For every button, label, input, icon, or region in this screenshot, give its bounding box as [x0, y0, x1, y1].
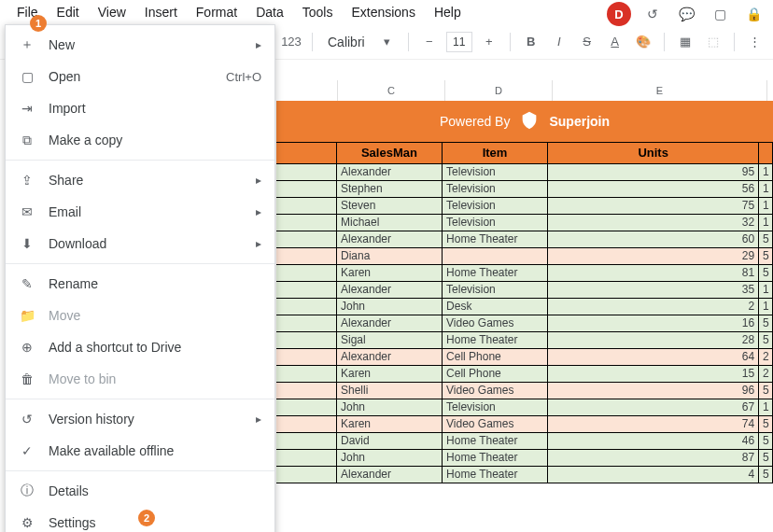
italic-button[interactable]: I — [548, 31, 570, 53]
menu-item-download[interactable]: ⬇Download▸ — [6, 228, 274, 259]
font-family-dropdown[interactable]: Calibri — [322, 35, 371, 49]
cell-units[interactable]: 32 — [548, 215, 759, 231]
menu-item-version-history[interactable]: ↺Version history▸ — [6, 403, 274, 435]
cell-extra[interactable]: 1 — [759, 282, 773, 299]
table-row[interactable]: SigalHome Theater285 — [276, 332, 773, 349]
cell-item[interactable]: Television — [443, 181, 548, 198]
history-icon[interactable]: ↺ — [640, 2, 665, 26]
borders-button[interactable]: ▦ — [674, 31, 696, 53]
cell-extra[interactable]: 5 — [759, 231, 773, 248]
table-row[interactable]: ShelliVideo Games965 — [276, 383, 773, 399]
cell[interactable] — [276, 198, 337, 215]
cell-salesman[interactable]: Stephen — [337, 181, 443, 198]
menu-item-open[interactable]: ▢OpenCtrl+O — [6, 61, 274, 92]
cell-units[interactable]: 60 — [548, 231, 759, 248]
cell-extra[interactable]: 5 — [759, 433, 773, 450]
avatar[interactable]: D — [607, 2, 631, 26]
menu-item-details[interactable]: ⓘDetails — [6, 475, 274, 507]
cell-item[interactable]: Television — [443, 399, 548, 416]
font-size-decrease[interactable]: − — [418, 31, 441, 53]
font-size-increase[interactable]: + — [478, 31, 500, 53]
menu-view[interactable]: View — [89, 1, 135, 23]
cell-salesman[interactable]: John — [337, 399, 443, 416]
menu-insert[interactable]: Insert — [135, 1, 187, 23]
col-header-c[interactable]: C — [338, 80, 445, 101]
cell-item[interactable]: Home Theater — [443, 332, 548, 349]
cell-salesman[interactable]: John — [337, 450, 443, 467]
cell-units[interactable]: 81 — [548, 265, 759, 282]
cell-item[interactable]: Home Theater — [443, 231, 548, 248]
cell-extra[interactable]: 5 — [759, 416, 773, 433]
cell-extra[interactable]: 5 — [759, 383, 773, 399]
menu-item-make-a-copy[interactable]: ⧉Make a copy — [6, 124, 274, 156]
table-row[interactable]: AlexanderVideo Games165 — [276, 315, 773, 332]
cell[interactable] — [276, 315, 337, 332]
table-row[interactable]: JohnDesk21 — [276, 299, 773, 315]
menu-item-import[interactable]: ⇥Import — [6, 92, 274, 124]
cell-extra[interactable]: 5 — [759, 332, 773, 349]
cell-item[interactable]: Desk — [443, 299, 548, 315]
col-header-d[interactable]: D — [445, 80, 553, 101]
menu-format[interactable]: Format — [187, 1, 246, 23]
cell[interactable] — [276, 332, 337, 349]
menu-item-email[interactable]: ✉Email▸ — [6, 196, 274, 228]
cell-units[interactable]: 56 — [548, 181, 759, 198]
table-row[interactable]: JohnTelevision671 — [276, 399, 773, 416]
cell-extra[interactable]: 5 — [759, 450, 773, 467]
cell-salesman[interactable]: Alexander — [337, 315, 443, 332]
cell-extra[interactable]: 5 — [759, 265, 773, 282]
menu-data[interactable]: Data — [246, 1, 293, 23]
cell-units[interactable]: 16 — [548, 315, 759, 332]
cell-salesman[interactable]: Karen — [337, 366, 443, 383]
table-row[interactable]: MichaelTelevision321 — [276, 215, 773, 231]
table-row[interactable]: KarenVideo Games745 — [276, 416, 773, 433]
cell-units[interactable]: 87 — [548, 450, 759, 467]
cell-extra[interactable]: 1 — [759, 181, 773, 198]
cell[interactable] — [276, 231, 337, 248]
text-color-button[interactable]: A — [604, 31, 626, 53]
cell-units[interactable]: 74 — [548, 416, 759, 433]
cell[interactable] — [276, 366, 337, 383]
cell[interactable] — [276, 299, 337, 315]
table-row[interactable]: AlexanderTelevision951 — [276, 164, 773, 181]
cell[interactable] — [276, 282, 337, 299]
cell-item[interactable]: Television — [443, 198, 548, 215]
cell-units[interactable]: 67 — [548, 399, 759, 416]
cell-units[interactable]: 35 — [548, 282, 759, 299]
cell[interactable] — [276, 215, 337, 231]
cell-units[interactable]: 15 — [548, 366, 759, 383]
cell-salesman[interactable]: Steven — [337, 198, 443, 215]
cell-extra[interactable]: 1 — [759, 399, 773, 416]
cell[interactable] — [276, 383, 337, 399]
menu-item-add-a-shortcut-to-drive[interactable]: ⊕Add a shortcut to Drive — [6, 331, 274, 363]
cell-salesman[interactable]: Alexander — [337, 467, 443, 483]
fill-color-button[interactable]: 🎨 — [632, 31, 654, 53]
cell-salesman[interactable]: Karen — [337, 265, 443, 282]
table-row[interactable]: JohnHome Theater875 — [276, 450, 773, 467]
cell-salesman[interactable]: Karen — [337, 416, 443, 433]
header-salesman[interactable]: SalesMan — [337, 142, 443, 164]
menu-tools[interactable]: Tools — [293, 1, 343, 23]
table-row[interactable]: AlexanderCell Phone642 — [276, 349, 773, 366]
table-row[interactable]: StephenTelevision561 — [276, 181, 773, 198]
cell-extra[interactable]: 2 — [759, 349, 773, 366]
table-row[interactable]: StevenTelevision751 — [276, 198, 773, 215]
merge-button[interactable]: ⬚ — [702, 31, 724, 53]
menu-extensions[interactable]: Extensions — [342, 1, 424, 23]
cell-salesman[interactable]: Sigal — [337, 332, 443, 349]
cell-item[interactable]: Television — [443, 282, 548, 299]
cell-units[interactable]: 75 — [548, 198, 759, 215]
comment-icon[interactable]: 💬 — [674, 2, 698, 26]
cell-units[interactable]: 4 — [548, 467, 759, 483]
table-row[interactable]: AlexanderTelevision351 — [276, 282, 773, 299]
menu-item-rename[interactable]: ✎Rename — [6, 268, 274, 300]
cell-item[interactable] — [443, 248, 548, 265]
table-row[interactable]: AlexanderHome Theater45 — [276, 467, 773, 483]
cell-units[interactable]: 29 — [548, 248, 759, 265]
table-row[interactable]: KarenHome Theater815 — [276, 265, 773, 282]
cell[interactable] — [276, 450, 337, 467]
cell-extra[interactable]: 2 — [759, 366, 773, 383]
zoom-dropdown[interactable]: 123 — [280, 31, 302, 53]
cell-item[interactable]: Cell Phone — [443, 366, 548, 383]
cell-salesman[interactable]: Shelli — [337, 383, 443, 399]
